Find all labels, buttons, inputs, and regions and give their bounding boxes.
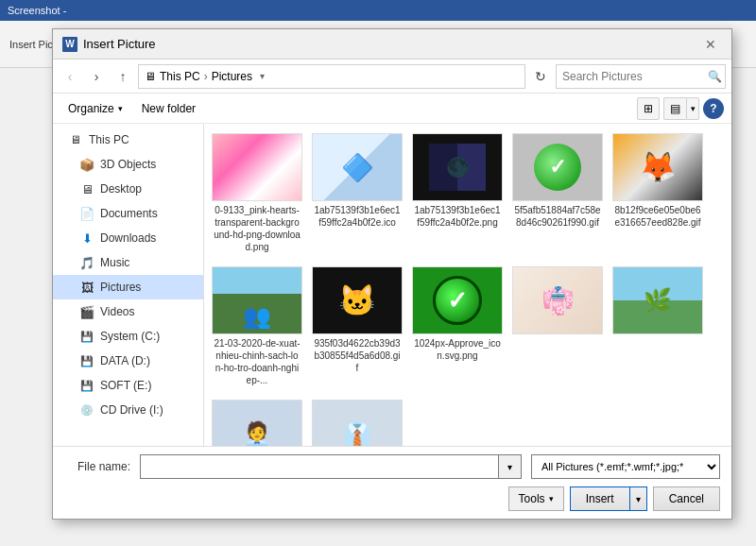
up-button[interactable]: ↑ — [112, 65, 134, 88]
sidebar-item-desktop[interactable]: 🖥 Desktop — [53, 177, 203, 201]
file-item-1[interactable]: 0-9133_pink-hearts-transparent-backgroun… — [210, 129, 304, 257]
cancel-button[interactable]: Cancel — [653, 486, 720, 511]
filename-label: File name: — [64, 460, 130, 473]
file-thumb-6: 👥 — [212, 266, 302, 334]
sidebar-label-downloads: Downloads — [100, 231, 196, 245]
organize-label: Organize — [68, 102, 114, 115]
sidebar-item-this-pc[interactable]: 🖥 This PC — [53, 128, 203, 152]
word-titlebar: Screenshot - — [0, 0, 756, 21]
file-item-12[interactable]: 👔 — [310, 396, 404, 446]
sidebar-label-soft-e: SOFT (E:) — [100, 379, 196, 392]
navigation-bar: ‹ › ↑ 🖥 This PC › Pictures ▾ ↻ 🔍 — [53, 60, 731, 94]
sidebar-item-pictures[interactable]: 🖼 Pictures — [53, 275, 203, 299]
file-item-3[interactable]: 🌑 1ab75139f3b1e6ec1f59ffc2a4b0f2e.png — [410, 129, 505, 257]
breadcrumb-location: Pictures — [212, 70, 252, 83]
file-name-8: 1024px-Approve_icon.svg.png — [414, 337, 501, 362]
filename-dropdown[interactable]: ▾ — [499, 454, 522, 479]
search-input[interactable] — [562, 70, 704, 83]
back-button[interactable]: ‹ — [59, 65, 81, 88]
documents-icon: 📄 — [79, 206, 94, 221]
downloads-icon: ⬇ — [79, 230, 94, 246]
organize-button[interactable]: Organize ▾ — [60, 97, 130, 120]
system-c-icon: 💾 — [79, 329, 94, 344]
file-name-6: 21-03-2020-de-xuat-nhieu-chinh-sach-lon-… — [214, 337, 301, 386]
file-item-5[interactable]: 🦊 8b12f9ce6e05e0be6e316657eed828e.gif — [610, 129, 705, 257]
sidebar-item-downloads[interactable]: ⬇ Downloads — [53, 226, 203, 250]
refresh-button[interactable]: ↻ — [529, 65, 552, 88]
filename-input-wrap: ▾ — [140, 454, 522, 479]
sidebar-item-data-d[interactable]: 💾 DATA (D:) — [53, 349, 203, 373]
tools-label: Tools — [519, 492, 545, 505]
file-thumb-2: 🔷 — [312, 133, 403, 201]
dialog-title: Insert Picture — [83, 37, 694, 51]
file-item-7[interactable]: 🐱 935f03d4622cb39d3b30855f4d5a6d08.gif — [310, 263, 404, 390]
insert-dropdown[interactable]: ▾ — [630, 486, 647, 511]
pictures-icon: 🖼 — [79, 280, 94, 295]
file-item-2[interactable]: 🔷 1ab75139f3b1e6ec1f59ffc2a4b0f2e.ico — [310, 129, 404, 257]
new-folder-label: New folder — [142, 102, 196, 115]
file-thumb-4: ✓ — [512, 133, 603, 201]
insert-button[interactable]: Insert — [570, 486, 630, 511]
organize-dropdown-icon: ▾ — [118, 104, 123, 113]
file-item-4[interactable]: ✓ 5f5afb51884af7c58e8d46c90261f990.gif — [510, 129, 605, 257]
forward-button[interactable]: › — [85, 65, 108, 88]
file-name-1: 0-9133_pink-hearts-transparent-backgroun… — [214, 204, 301, 253]
sidebar-label-system-c: System (C:) — [100, 330, 196, 343]
file-area: 🖥 This PC 📦 3D Objects 🖥 Desktop 📄 Docum… — [53, 124, 731, 446]
view-dropdown[interactable]: ▾ — [686, 97, 699, 120]
file-item-11[interactable]: 🧑‍💼 — [210, 396, 304, 446]
sidebar-item-cd-drive[interactable]: 💿 CD Drive (I:) — [53, 398, 203, 422]
insert-button-wrap: Insert ▾ — [570, 486, 647, 511]
sidebar-item-3d-objects[interactable]: 📦 3D Objects — [53, 152, 203, 177]
view-button-1[interactable]: ⊞ — [637, 97, 660, 120]
filename-input[interactable] — [140, 454, 499, 479]
file-thumb-7: 🐱 — [312, 266, 403, 334]
search-box: 🔍 — [556, 64, 726, 89]
file-item-10[interactable]: 🌿 — [610, 263, 705, 390]
cd-drive-icon: 💿 — [79, 402, 94, 418]
breadcrumb-dropdown-icon: ▾ — [260, 71, 265, 81]
breadcrumb-this-pc: This PC — [160, 70, 200, 83]
insert-picture-dialog: W Insert Picture ✕ ‹ › ↑ 🖥 This PC › Pic… — [52, 28, 732, 520]
filetype-select[interactable]: All Pictures (*.emf;*.wmf;*.jpg;* All Fi… — [531, 454, 720, 479]
videos-icon: 🎬 — [79, 304, 94, 319]
tools-button[interactable]: Tools ▾ — [508, 486, 564, 511]
file-item-9[interactable]: 👘 — [510, 263, 605, 390]
app-title: Screenshot - — [8, 5, 66, 16]
sidebar-item-soft-e[interactable]: 💾 SOFT (E:) — [53, 373, 203, 398]
file-thumb-11: 🧑‍💼 — [212, 400, 302, 446]
sidebar-label-cd-drive: CD Drive (I:) — [100, 403, 196, 417]
sidebar-label-pictures: Pictures — [100, 281, 196, 294]
sidebar-item-music[interactable]: 🎵 Music — [53, 250, 203, 275]
search-icon: 🔍 — [708, 70, 722, 83]
view-button-2[interactable]: ▤ — [663, 97, 686, 120]
sidebar-label-videos: Videos — [100, 305, 196, 318]
file-name-5: 8b12f9ce6e05e0be6e316657eed828e.gif — [614, 204, 701, 229]
bottom-bar: File name: ▾ All Pictures (*.emf;*.wmf;*… — [53, 446, 731, 519]
file-name-7: 935f03d4622cb39d3b30855f4d5a6d08.gif — [314, 337, 401, 374]
sidebar-item-documents[interactable]: 📄 Documents — [53, 201, 203, 226]
file-thumb-9: 👘 — [512, 266, 603, 334]
view-button-group: ▤ ▾ — [663, 97, 699, 120]
desktop-icon: 🖥 — [79, 181, 94, 196]
breadcrumb[interactable]: 🖥 This PC › Pictures ▾ — [138, 64, 525, 89]
sidebar-item-videos[interactable]: 🎬 Videos — [53, 299, 203, 324]
view-icon-2: ▤ — [670, 102, 680, 115]
file-grid: 0-9133_pink-hearts-transparent-backgroun… — [204, 124, 731, 446]
file-name-2: 1ab75139f3b1e6ec1f59ffc2a4b0f2e.ico — [314, 204, 401, 229]
new-folder-button[interactable]: New folder — [134, 97, 203, 120]
help-button[interactable]: ? — [703, 98, 724, 119]
sidebar-label-desktop: Desktop — [100, 182, 196, 196]
file-item-6[interactable]: 👥 21-03-2020-de-xuat-nhieu-chinh-sach-lo… — [210, 263, 304, 390]
action-row: Tools ▾ Insert ▾ Cancel — [64, 486, 720, 511]
file-thumb-8: ✓ — [412, 266, 503, 334]
dialog-close-button[interactable]: ✕ — [699, 34, 722, 55]
breadcrumb-icon: 🖥 — [145, 70, 156, 83]
file-name-4: 5f5afb51884af7c58e8d46c90261f990.gif — [514, 204, 601, 229]
soft-e-icon: 💾 — [79, 378, 94, 393]
this-pc-icon: 🖥 — [68, 132, 83, 147]
file-toolbar: Organize ▾ New folder ⊞ ▤ ▾ ? — [53, 94, 731, 124]
file-item-8[interactable]: ✓ 1024px-Approve_icon.svg.png — [410, 263, 505, 390]
file-thumb-5: 🦊 — [612, 133, 703, 201]
sidebar-item-system-c[interactable]: 💾 System (C:) — [53, 324, 203, 349]
